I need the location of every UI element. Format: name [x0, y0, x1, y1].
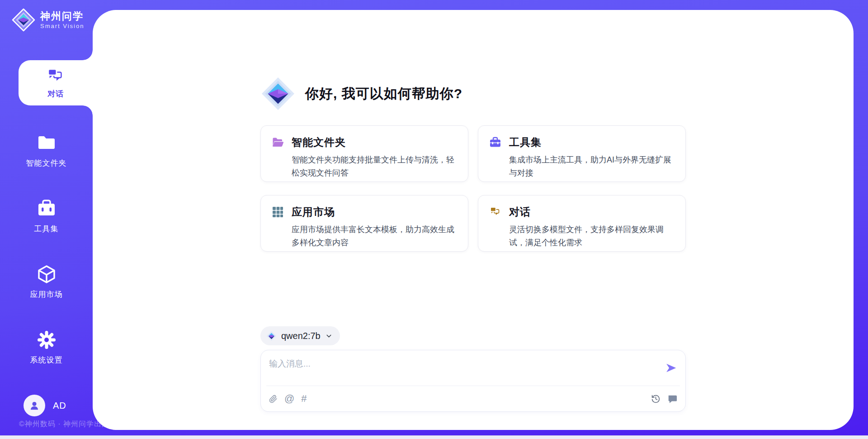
paperclip-icon[interactable] [269, 395, 278, 403]
user-profile[interactable]: AD [24, 395, 66, 416]
card-smart-folder[interactable]: 智能文件夹 智能文件夹功能支持批量文件上传与清洗，轻松实现文件问答 [260, 125, 468, 182]
sidebar-item-app-market[interactable]: 应用市场 [0, 264, 93, 300]
sidebar-item-label: 工具集 [34, 224, 59, 234]
sidebar-item-label: 应用市场 [30, 289, 63, 300]
brand-gem-icon [260, 75, 296, 113]
sidebar: 神州问学 Smart Vision 对话 智能文件夹 工具集 [0, 0, 93, 439]
hash-icon[interactable]: # [301, 394, 307, 404]
message-input[interactable] [261, 350, 685, 386]
main-content: 你好, 我可以如何帮助你? 智能文件夹 智能文件夹功能支持批量文件上传与清洗，轻… [260, 10, 686, 412]
feature-cards: 智能文件夹 智能文件夹功能支持批量文件上传与清洗，轻松实现文件问答 工具集 集成… [260, 125, 686, 252]
send-icon[interactable] [665, 362, 677, 374]
chat-bubble-icon[interactable] [667, 394, 677, 404]
sidebar-item-settings[interactable]: 系统设置 [0, 330, 93, 365]
person-icon [28, 400, 40, 411]
card-desc: 灵活切换多模型文件，支持多样回复效果调试，满足个性化需求 [509, 223, 674, 249]
card-title: 对话 [509, 205, 531, 219]
brand-title: 神州问学 [40, 11, 84, 22]
gear-icon [37, 330, 57, 350]
chat-bubbles-icon [489, 206, 501, 218]
sidebar-item-label: 对话 [47, 89, 64, 99]
model-selector[interactable]: qwen2:7b [260, 326, 340, 345]
greeting-text: 你好, 我可以如何帮助你? [305, 85, 462, 103]
history-icon[interactable] [651, 394, 660, 404]
sidebar-item-label: 系统设置 [30, 355, 63, 365]
sidebar-item-smart-folder[interactable]: 智能文件夹 [0, 133, 93, 168]
card-desc: 集成市场上主流工具，助力AI与外界无缝扩展与对接 [509, 153, 674, 180]
at-sign-icon[interactable]: @ [284, 394, 294, 404]
card-desc: 智能文件夹功能支持批量文件上传与清洗，轻松实现文件问答 [292, 153, 456, 180]
message-composer: @ # [260, 350, 686, 412]
card-title: 智能文件夹 [292, 135, 346, 149]
chevron-down-icon [325, 332, 333, 340]
cube-icon [37, 264, 57, 284]
card-chat[interactable]: 对话 灵活切换多模型文件，支持多样回复效果调试，满足个性化需求 [478, 195, 686, 252]
briefcase-icon [489, 136, 501, 148]
card-title: 工具集 [509, 135, 542, 149]
card-toolset[interactable]: 工具集 集成市场上主流工具，助力AI与外界无缝扩展与对接 [478, 125, 686, 182]
sidebar-item-toolset[interactable]: 工具集 [0, 199, 93, 234]
card-title: 应用市场 [292, 205, 335, 219]
composer-toolbar: @ # [261, 386, 685, 411]
folder-open-icon [272, 136, 284, 148]
gem-logo-icon [12, 8, 35, 32]
gem-logo-icon [266, 331, 277, 341]
avatar [24, 395, 45, 416]
card-app-market[interactable]: 应用市场 应用市场提供丰富长文本模板，助力高效生成多样化文章内容 [260, 195, 468, 252]
sidebar-item-chat[interactable]: 对话 [19, 60, 93, 105]
chat-bubbles-icon [46, 67, 65, 86]
sidebar-item-label: 智能文件夹 [26, 158, 67, 168]
greeting-row: 你好, 我可以如何帮助你? [260, 75, 686, 113]
grid-icon [272, 206, 284, 218]
card-desc: 应用市场提供丰富长文本模板，助力高效生成多样化文章内容 [292, 223, 456, 249]
copyright-text: ©神州数码 · 神州问学出品 [19, 420, 109, 429]
window-bottom-strip [0, 435, 868, 439]
brand-logo: 神州问学 Smart Vision [12, 8, 84, 32]
user-name: AD [53, 401, 66, 411]
folder-icon [37, 133, 57, 153]
brand-subtitle: Smart Vision [40, 23, 84, 29]
model-name: qwen2:7b [281, 331, 321, 341]
model-selector-row: qwen2:7b [260, 326, 686, 345]
briefcase-icon [37, 199, 57, 219]
main-panel: 你好, 我可以如何帮助你? 智能文件夹 智能文件夹功能支持批量文件上传与清洗，轻… [93, 10, 854, 430]
